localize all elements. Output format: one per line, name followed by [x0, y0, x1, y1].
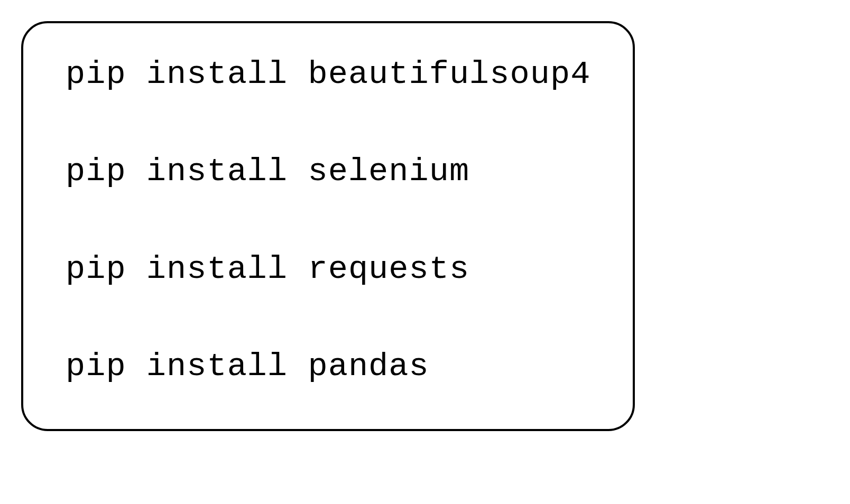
- code-block: pip install beautifulsoup4 pip install s…: [21, 21, 635, 431]
- code-line: pip install requests: [66, 250, 590, 289]
- code-line: pip install beautifulsoup4: [66, 55, 590, 94]
- code-line: pip install selenium: [66, 152, 590, 191]
- code-line: pip install pandas: [66, 347, 590, 386]
